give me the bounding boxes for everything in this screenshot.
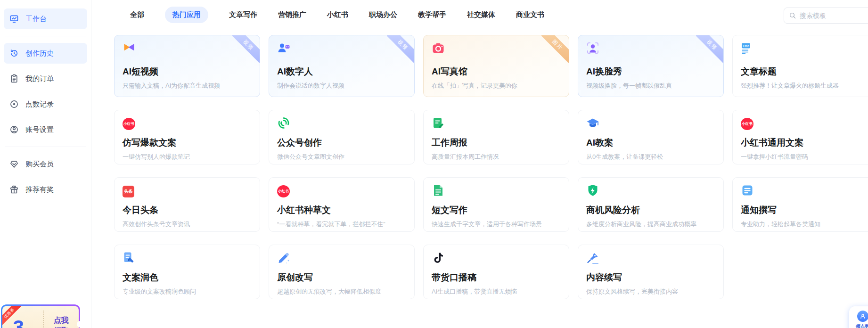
template-card-ai-short-video[interactable]: AI短视频 只需输入文稿，AI为你配音生成视频 视频	[114, 35, 260, 97]
card-title: 今日头条	[123, 204, 252, 216]
search-icon	[789, 12, 796, 19]
template-card-xhs-seeding-post[interactable]: 小红书 小红书种草文 “一看就种草，看完就下单，拦都拦不住”	[269, 177, 415, 232]
sidebar-item-label: 我的订单	[25, 74, 54, 83]
tiktok-icon	[432, 251, 445, 266]
xiaohongshu-logo-icon: 小红书	[741, 118, 753, 130]
card-description: 视频级换脸，每一帧都以假乱真	[586, 82, 715, 90]
continue-writing-icon	[586, 251, 599, 266]
card-description: 专业助力，轻松起草各类通知	[741, 220, 868, 229]
card-description: 一键拿捏小红书流量密码	[741, 153, 868, 161]
tab-teaching[interactable]: 教学帮手	[418, 10, 446, 19]
risk-shield-icon	[586, 184, 599, 199]
history-icon	[9, 49, 19, 58]
sidebar-item-label: 购买会员	[25, 160, 54, 169]
gift-icon	[9, 185, 19, 194]
sidebar-item-history[interactable]: 创作历史	[4, 43, 87, 64]
sidebar-item-points[interactable]: 点数记录	[4, 94, 87, 115]
sidebar-item-workbench[interactable]: 工作台	[4, 8, 87, 29]
template-card-copy-polish[interactable]: 文案润色 专业级的文案改稿润色顾问	[114, 245, 260, 299]
notice-icon	[741, 184, 754, 199]
template-card-notice-writing[interactable]: 通知撰写 专业助力，轻松起草各类通知	[732, 177, 868, 232]
lesson-plan-icon	[586, 116, 599, 131]
card-description: 快速生成千字文章，适用于各种写作场景	[432, 220, 561, 229]
card-title: 通知撰写	[741, 204, 868, 216]
card-title: 短文写作	[432, 204, 561, 216]
coupon-notch	[77, 321, 83, 328]
card-title: AI教案	[586, 137, 715, 149]
template-card-weekly-report[interactable]: 工作周报 高质量汇报本周工作情况	[423, 110, 569, 164]
sidebar: 工作台 创作历史 我的订单 点数记录 账号设置 购买会员 推荐有奖 优惠券 3 …	[0, 0, 91, 328]
xiaohongshu-logo-icon: 小红书	[123, 118, 135, 130]
category-tabs: 全部 热门应用 文章写作 营销推广 小红书 职场办公 教学帮手 社交媒体 商业文…	[130, 7, 544, 23]
template-card-ai-lesson-plan[interactable]: AI教案 从0生成教案，让备课更轻松	[578, 110, 724, 164]
short-video-icon	[123, 41, 136, 57]
card-description: 高质量汇报本周工作情况	[432, 153, 561, 161]
tab-xiaohongshu[interactable]: 小红书	[327, 10, 348, 19]
sidebar-item-membership[interactable]: 购买会员	[4, 154, 87, 174]
toutiao-logo-icon: 头条	[123, 186, 134, 197]
points-claim-label: 领点数	[856, 323, 868, 328]
title-badge-icon: Title	[741, 41, 754, 57]
sidebar-divider	[5, 36, 86, 36]
card-title: 商机风险分析	[586, 204, 715, 216]
template-card-live-script[interactable]: 带货口播稿 AI生成口播稿，带货直播无烦恼	[423, 245, 569, 299]
template-card-ai-photo-studio[interactable]: AI写真馆 在线「拍」写真，记录更美的你 图片	[423, 35, 569, 97]
template-grid: AI短视频 只需输入文稿，AI为你配音生成视频 视频 AI数字人 制作会说话的数…	[114, 35, 868, 299]
tab-article[interactable]: 文章写作	[229, 10, 257, 19]
sidebar-item-label: 推荐有奖	[25, 185, 54, 194]
template-card-original-rewrite[interactable]: 原创改写 超越原创的无痕改写，大幅降低相似度	[269, 245, 415, 299]
card-description: 多维度分析商业风险，提高商业成功概率	[586, 220, 715, 229]
coupon-banner[interactable]: 优惠券 3 折 点我 领取	[1, 304, 80, 328]
card-title: AI换脸秀	[586, 66, 715, 78]
card-description: 微信公众号文章图文创作	[277, 153, 406, 161]
sidebar-item-orders[interactable]: 我的订单	[4, 68, 87, 89]
template-card-ai-face-swap[interactable]: AI换脸秀 视频级换脸，每一帧都以假乱真 视频	[578, 35, 724, 97]
template-card-wechat-official[interactable]: 公众号创作 微信公众号文章图文创作	[269, 110, 415, 164]
search-box	[784, 8, 868, 24]
digital-human-icon	[277, 41, 290, 57]
template-card-short-essay[interactable]: 短文写作 快速生成千字文章，适用于各种写作场景	[423, 177, 569, 232]
sidebar-item-label: 工作台	[25, 15, 47, 24]
points-icon	[9, 99, 19, 109]
tab-social[interactable]: 社交媒体	[467, 10, 495, 19]
card-title: 文章标题	[741, 66, 868, 78]
sidebar-item-label: 创作历史	[25, 49, 54, 58]
template-card-ai-digital-human[interactable]: AI数字人 制作会说话的数字人视频 视频	[269, 35, 415, 97]
tab-hot[interactable]: 热门应用	[165, 7, 208, 23]
face-swap-icon	[586, 41, 599, 57]
template-card-copy-hot-posts[interactable]: 小红书 仿写爆款文案 一键仿写别人的爆款笔记	[114, 110, 260, 164]
template-card-xhs-general-copy[interactable]: 小红书 小红书通用文案 一键拿捏小红书流量密码	[732, 110, 868, 164]
sidebar-item-account[interactable]: 账号设置	[4, 119, 87, 140]
card-title: AI写真馆	[432, 66, 561, 78]
tab-business[interactable]: 商业文书	[516, 10, 544, 19]
card-title: AI短视频	[123, 66, 252, 78]
card-title: 原创改写	[277, 271, 406, 284]
template-card-toutiao[interactable]: 头条 今日头条 高效创作头条号文章资讯	[114, 177, 260, 232]
xiaohongshu-logo-icon: 小红书	[277, 185, 290, 197]
coin-person-icon	[857, 311, 868, 322]
account-icon	[9, 125, 19, 134]
tab-marketing[interactable]: 营销推广	[278, 10, 306, 19]
rewrite-pencil-icon	[277, 251, 290, 266]
tab-office[interactable]: 职场办公	[369, 10, 397, 19]
points-claim-widget[interactable]: 领点数	[849, 306, 868, 328]
tab-all[interactable]: 全部	[130, 10, 144, 19]
dashboard-icon	[9, 14, 19, 24]
template-card-content-continue[interactable]: 内容续写 保持原文风格续写，完美衔接内容	[578, 245, 724, 299]
sidebar-divider	[5, 147, 86, 147]
weekly-report-icon	[432, 116, 445, 131]
template-card-business-risk[interactable]: 商机风险分析 多维度分析商业风险，提高商业成功概率	[578, 177, 724, 232]
short-essay-icon	[432, 184, 445, 199]
coupon-cta: 点我 领取	[44, 312, 79, 328]
orders-icon	[9, 74, 19, 83]
sidebar-nav: 工作台 创作历史 我的订单 点数记录 账号设置 购买会员 推荐有奖	[0, 8, 91, 200]
template-card-article-title[interactable]: Title 文章标题 强烈推荐！让文章爆火的标题生成器	[732, 35, 868, 97]
card-title: 公众号创作	[277, 137, 406, 149]
wechat-mp-icon	[277, 116, 290, 131]
card-title: 带货口播稿	[432, 271, 561, 284]
sidebar-item-label: 点数记录	[25, 100, 54, 109]
sidebar-item-referral[interactable]: 推荐有奖	[4, 179, 87, 200]
coupon-discount-number: 3	[13, 318, 24, 328]
search-input[interactable]	[800, 12, 861, 19]
card-description: “一看就种草，看完就下单，拦都拦不住”	[277, 220, 406, 229]
